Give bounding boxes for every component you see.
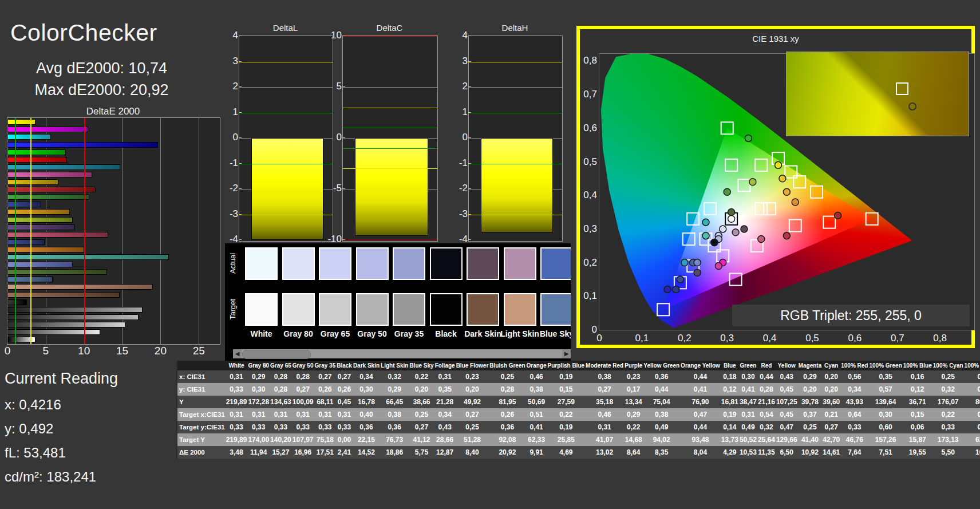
table-cell: 0,56	[840, 370, 868, 383]
table-cell: 0,34	[434, 408, 456, 421]
swatch-actual[interactable]	[540, 247, 571, 280]
deltae-bar	[7, 157, 67, 163]
table-cell: 0,25	[489, 370, 525, 383]
swatch-target[interactable]	[467, 293, 499, 326]
red-limit-line	[343, 36, 437, 37]
y-tick-label: 1	[223, 106, 238, 118]
column-header: Gray 35	[314, 361, 337, 370]
tick-mark	[468, 35, 471, 36]
column-header: 100% Cyan	[932, 361, 964, 370]
table-cell: 25,85	[547, 433, 585, 446]
table-cell: 38,47	[739, 396, 757, 408]
target-square-marker	[683, 233, 695, 245]
table-cell: 0,44	[643, 383, 680, 396]
table-cell: 0,43	[434, 421, 456, 433]
swatch-actual[interactable]	[430, 247, 463, 280]
tick-mark	[468, 112, 471, 113]
table-cell: 0,32	[964, 408, 980, 421]
table-cell: 0,25	[456, 421, 489, 433]
table-cell: 0,49	[739, 421, 757, 433]
deltah-chart[interactable]: DeltaH 43210-1-2-3-4	[453, 23, 579, 263]
scrollbar-thumb[interactable]	[242, 350, 311, 359]
tick-mark	[342, 137, 345, 138]
table-cell: 11,94	[247, 446, 270, 459]
y-tick-label: -1	[223, 157, 238, 169]
table-cell: 0,38	[526, 383, 547, 396]
deltal-title: DeltaL	[239, 23, 332, 33]
rgb-triplet-readout: RGB Triplet: 255, 255, 0	[732, 305, 970, 326]
y-tick-label: 2	[223, 81, 238, 92]
column-header: Moderate Red	[585, 361, 624, 370]
cie-diagram-panel[interactable]: CIE 1931 xy RGB Triplet: 255, 255, 0 00,…	[576, 26, 975, 348]
swatch-target[interactable]	[282, 293, 315, 326]
table-cell: 0,30	[247, 383, 270, 396]
deltae-bar-chart[interactable]	[7, 117, 220, 345]
table-cell: 2,41	[336, 446, 353, 459]
table-cell: 176,07	[932, 396, 964, 408]
swatch-actual[interactable]	[319, 247, 351, 280]
table-cell: 0,26	[314, 383, 337, 396]
table-cell: 15,27	[270, 446, 292, 459]
scroll-left-icon[interactable]: ◀	[233, 349, 242, 358]
reading-fl: fL: 53,481	[5, 441, 118, 465]
table-cell: 100,09	[292, 396, 314, 408]
table-cell: 0,27	[336, 370, 353, 383]
measured-point-marker	[835, 212, 841, 219]
row-label: ΔE 2000	[177, 446, 226, 459]
column-header: Dark Skin	[353, 361, 380, 370]
swatch-target[interactable]	[245, 293, 278, 326]
table-cell: 80,19	[964, 396, 980, 408]
yellow-limit-line	[239, 215, 333, 215]
row-label: Target Y	[177, 433, 226, 446]
table-cell: 0,22	[547, 408, 585, 421]
cie-x-tick-label: 0,3	[720, 333, 734, 344]
swatch-target[interactable]	[504, 293, 536, 326]
swatch-actual[interactable]	[356, 247, 389, 280]
table-cell: 0,29	[624, 408, 643, 421]
measured-point-marker	[715, 262, 722, 269]
table-cell: 4,69	[547, 446, 585, 459]
scroll-right-icon[interactable]: ▶	[562, 349, 571, 358]
column-header: Blue Sky	[409, 361, 434, 370]
swatch-target[interactable]	[356, 293, 389, 326]
column-header: 100% Magenta	[964, 361, 980, 370]
measured-point-marker	[677, 276, 683, 283]
swatch-actual[interactable]	[504, 247, 536, 280]
target-square-marker	[823, 216, 835, 228]
table-cell: 0,31	[292, 408, 314, 421]
swatch-actual[interactable]	[467, 247, 499, 280]
table-row: x: CIE310,310,290,280,280,270,270,340,32…	[176, 370, 980, 383]
tick-mark	[239, 86, 242, 87]
table-cell: 66,45	[380, 396, 409, 408]
swatch-target[interactable]	[540, 293, 571, 326]
table-cell: 39,78	[798, 396, 823, 408]
table-cell: 50,52	[739, 433, 757, 446]
target-square-marker	[657, 303, 669, 315]
table-cell: 62,63	[964, 433, 980, 446]
table-cell: 7,64	[840, 446, 868, 459]
swatch-actual[interactable]	[282, 247, 315, 280]
swatch-scrollbar[interactable]: ◀ ▶	[233, 349, 571, 358]
table-cell: 0,28	[270, 383, 292, 396]
column-header: 100% Green	[868, 361, 902, 370]
swatch-target[interactable]	[430, 293, 463, 326]
column-header: Cyan	[822, 361, 840, 370]
cie-plot-area[interactable]: RGB Triplet: 255, 255, 0 00,10,20,30,40,…	[599, 53, 975, 330]
table-cell: 94,02	[643, 433, 680, 446]
table-cell: 0,27	[822, 421, 840, 433]
table-cell: 0,17	[624, 383, 643, 396]
cie-y-tick-label: 0,3	[582, 223, 597, 235]
measured-point-marker	[728, 209, 735, 216]
table-cell: 0,19	[964, 383, 980, 396]
deltac-chart[interactable]: DeltaC 1050-5-10	[327, 23, 453, 263]
table-cell: 0,27	[585, 383, 624, 396]
table-cell: 0,40	[353, 408, 380, 421]
swatch-target[interactable]	[393, 293, 425, 326]
table-cell: 75,18	[314, 433, 337, 446]
swatch-actual[interactable]	[245, 247, 278, 280]
measured-point-marker	[758, 236, 765, 243]
deltae-bar	[7, 202, 41, 207]
table-cell: 0,20	[409, 383, 434, 396]
swatch-actual[interactable]	[393, 247, 425, 280]
swatch-target[interactable]	[319, 293, 351, 326]
